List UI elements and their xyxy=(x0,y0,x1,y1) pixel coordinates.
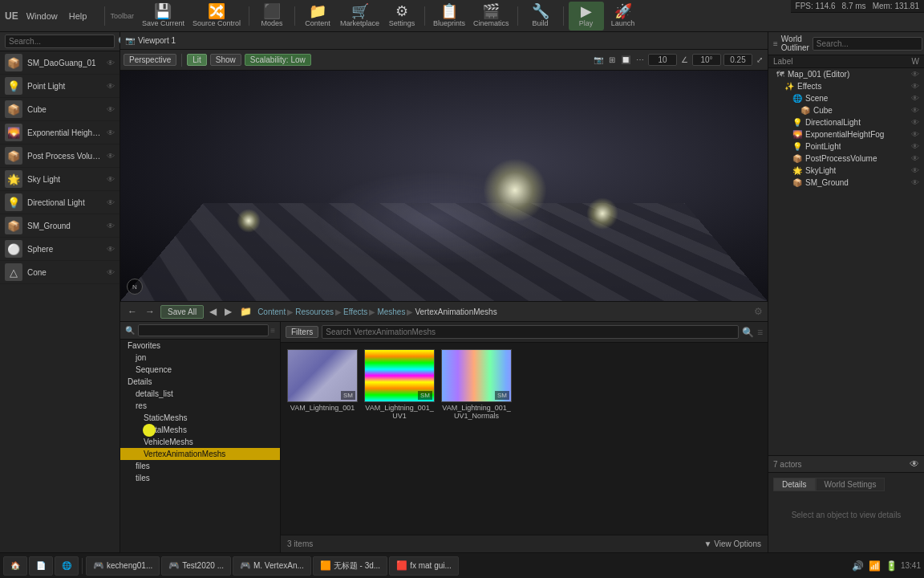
menu-help[interactable]: Help xyxy=(69,11,87,21)
tree-item-6[interactable]: StaticMeshs xyxy=(120,412,280,424)
actor-visibility-3[interactable]: 👁 xyxy=(107,128,115,137)
tray-icon-3[interactable]: 🔋 xyxy=(886,560,898,572)
wo-eye-2[interactable]: 👁 xyxy=(911,94,919,103)
actor-search-input[interactable] xyxy=(5,35,115,48)
tree-item-0[interactable]: Favorites xyxy=(120,340,280,352)
actor-visibility-0[interactable]: 👁 xyxy=(107,59,115,67)
asset-item-vam2[interactable]: SM VAM_Lightning_001_UV1 xyxy=(364,349,435,420)
actor-list-item-4[interactable]: 📦 Post Process Volume 👁 xyxy=(0,144,120,168)
wo-eye-1[interactable]: 👁 xyxy=(911,82,919,91)
asset-item-vam1[interactable]: SM VAM_Lightning_001 xyxy=(287,349,358,420)
eye-all-icon[interactable]: 👁 xyxy=(910,458,919,470)
actor-list-item-1[interactable]: 💡 Point Light 👁 xyxy=(0,75,120,98)
actor-list-item-7[interactable]: 📦 SM_Ground 👁 xyxy=(0,214,120,238)
taskbar-vertex-button[interactable]: 🎮 M. VertexAn... xyxy=(233,556,311,576)
scale-value[interactable]: 0.25 xyxy=(723,54,752,66)
taskbar-ue-button[interactable]: 🎮 kecheng01... xyxy=(86,556,160,576)
wo-item-9[interactable]: 📦 SM_Ground 👁 xyxy=(768,177,924,189)
wo-item-0[interactable]: 🗺 Map_001 (Editor) 👁 xyxy=(768,68,924,80)
taskbar-start-button[interactable]: 🏠 xyxy=(3,556,27,576)
save-all-button[interactable]: Save All xyxy=(160,305,204,319)
modes-button[interactable]: ⬛ Modes xyxy=(254,2,290,31)
asset-item-vam3[interactable]: SM VAM_Lightning_001_UV1_Normals xyxy=(441,349,512,420)
wo-eye-8[interactable]: 👁 xyxy=(911,166,919,175)
scalability-button[interactable]: Scalability: Low xyxy=(245,54,311,66)
viewport[interactable]: N xyxy=(120,71,768,301)
asset-view-button[interactable]: ≡ xyxy=(757,327,763,338)
history-forward-button[interactable]: ▶ xyxy=(222,304,234,319)
taskbar-chrome-button[interactable]: 🌐 xyxy=(55,556,79,576)
actor-visibility-7[interactable]: 👁 xyxy=(107,222,115,230)
wo-item-4[interactable]: 💡 DirectionalLight 👁 xyxy=(768,116,924,128)
tray-icon-2[interactable]: 📶 xyxy=(869,560,881,572)
actor-list-item-5[interactable]: 🌟 Sky Light 👁 xyxy=(0,168,120,191)
wo-eye-0[interactable]: 👁 xyxy=(911,70,919,79)
wo-eye-6[interactable]: 👁 xyxy=(911,142,919,151)
wo-eye-9[interactable]: 👁 xyxy=(911,178,919,187)
redo-button[interactable]: → xyxy=(143,304,157,319)
vp-snap-icon[interactable]: 🔲 xyxy=(619,55,632,64)
wo-item-1[interactable]: ✨ Effects 👁 xyxy=(768,80,924,92)
vp-camera-icon[interactable]: 📷 xyxy=(592,55,605,64)
launch-button[interactable]: 🚀 Launch xyxy=(606,2,641,31)
taskbar-explorer-button[interactable]: 📄 xyxy=(29,556,53,576)
tree-item-9[interactable]: VertexAnimationMeshs xyxy=(120,448,280,460)
angle-value[interactable]: 10° xyxy=(692,54,721,66)
tree-item-11[interactable]: tiles xyxy=(120,472,280,484)
tree-item-2[interactable]: Sequence xyxy=(120,364,280,376)
world-outliner-search[interactable] xyxy=(813,37,922,51)
source-control-button[interactable]: 🔀 Source Control xyxy=(189,2,244,31)
actor-visibility-6[interactable]: 👁 xyxy=(107,198,115,207)
breadcrumb-meshes[interactable]: Meshes xyxy=(377,307,405,316)
play-button[interactable]: ▶ Play xyxy=(569,2,604,31)
vp-angle-icon[interactable]: ∠ xyxy=(679,55,690,64)
wo-eye-7[interactable]: 👁 xyxy=(911,154,919,163)
actor-list-item-8[interactable]: ⚪ Sphere 👁 xyxy=(0,238,120,261)
tray-icon-1[interactable]: 🔊 xyxy=(852,560,864,572)
blueprints-button[interactable]: 📋 Blueprints xyxy=(430,2,468,31)
actor-list-item-9[interactable]: △ Cone 👁 xyxy=(0,261,120,284)
show-button[interactable]: Show xyxy=(210,54,241,66)
wo-item-3[interactable]: 📦 Cube 👁 xyxy=(768,104,924,116)
taskbar-ps-button[interactable]: 🟥 fx mat gui... xyxy=(389,556,459,576)
content-settings-icon[interactable]: ⚙ xyxy=(754,306,763,317)
wo-eye-3[interactable]: 👁 xyxy=(911,106,919,115)
taskbar-test2020-button[interactable]: 🎮 Test2020 ... xyxy=(161,556,231,576)
breadcrumb-content[interactable]: Content xyxy=(257,307,286,316)
history-back-button[interactable]: ◀ xyxy=(207,304,219,319)
menu-window[interactable]: Window xyxy=(26,11,58,21)
content-button[interactable]: 📁 Content xyxy=(300,2,335,31)
lit-button[interactable]: Lit xyxy=(187,54,207,66)
wo-item-6[interactable]: 💡 PointLight 👁 xyxy=(768,140,924,153)
wo-item-2[interactable]: 🌐 Scene 👁 xyxy=(768,92,924,104)
wo-eye-4[interactable]: 👁 xyxy=(911,118,919,127)
tree-item-4[interactable]: details_list xyxy=(120,388,280,400)
perspective-button[interactable]: Perspective xyxy=(124,54,176,66)
undo-button[interactable]: ← xyxy=(125,304,140,319)
content-tree-search[interactable] xyxy=(138,324,269,336)
actor-list-item-3[interactable]: 🌄 Exponential Height Fo 👁 xyxy=(0,121,120,144)
asset-search-input[interactable] xyxy=(322,325,739,339)
vp-grid-icon[interactable]: ⊞ xyxy=(607,55,617,64)
actor-visibility-1[interactable]: 👁 xyxy=(107,82,115,91)
tree-item-3[interactable]: Details xyxy=(120,376,280,388)
content-tree-options[interactable]: ≡ xyxy=(270,326,275,335)
actor-list-item-2[interactable]: 📦 Cube 👁 xyxy=(0,98,120,121)
tree-item-10[interactable]: files xyxy=(120,460,280,472)
tab-details[interactable]: Details xyxy=(773,478,816,491)
view-options-button[interactable]: ▼ View Options xyxy=(704,539,761,548)
vp-maximize-icon[interactable]: ⤢ xyxy=(755,55,764,64)
breadcrumb-resources[interactable]: Resources xyxy=(295,307,334,316)
actor-visibility-4[interactable]: 👁 xyxy=(107,152,115,161)
save-current-button[interactable]: 💾 Save Current xyxy=(139,2,188,31)
wo-item-7[interactable]: 📦 PostProcessVolume 👁 xyxy=(768,153,924,165)
actor-visibility-9[interactable]: 👁 xyxy=(107,268,115,277)
vp-more-icon[interactable]: ⋯ xyxy=(634,55,646,64)
grid-value[interactable]: 10 xyxy=(648,54,677,66)
marketplace-button[interactable]: 🛒 Marketplace xyxy=(337,2,383,31)
actor-list-item-0[interactable]: 📦 SM_DaoGuang_01 👁 xyxy=(0,51,120,75)
breadcrumb-effects[interactable]: Effects xyxy=(343,307,367,316)
tree-item-1[interactable]: jon xyxy=(120,352,280,364)
actor-visibility-2[interactable]: 👁 xyxy=(107,105,115,114)
actor-visibility-5[interactable]: 👁 xyxy=(107,175,115,184)
